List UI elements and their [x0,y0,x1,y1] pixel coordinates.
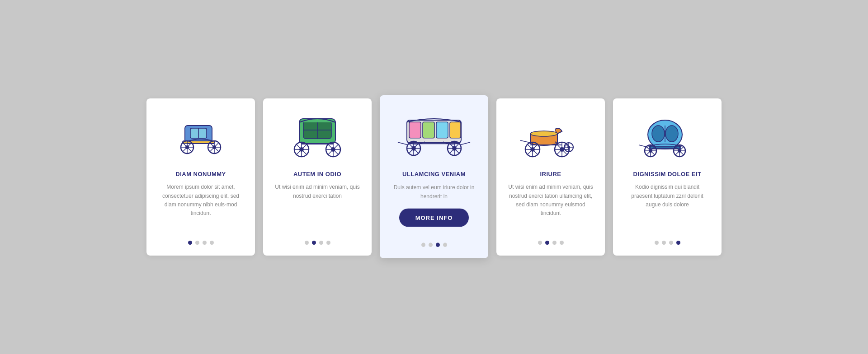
dot [421,243,425,247]
card-3-text: Duis autem vel eum iriure dolor in hendr… [391,183,477,201]
card-3: ULLAMCING VENIAM Duis autem vel eum iriu… [380,95,488,258]
dot [312,241,316,245]
card-4-icon [519,112,582,162]
card-4: IRIURE Ut wisi enim ad minim veniam, qui… [496,98,605,255]
card-5: DIGNISSIM DOLOE EIT Kodio dignissim qui … [613,98,722,255]
svg-rect-36 [423,122,434,138]
dot [538,241,542,245]
svg-point-75 [665,126,678,142]
card-3-icon [402,110,466,161]
svg-line-56 [520,140,530,143]
svg-rect-37 [436,122,448,138]
dot [560,241,564,245]
dot [552,241,557,245]
card-5-text: Kodio dignissim qui blandit praesent lup… [624,183,711,232]
dot [429,243,433,247]
card-1-dots [188,241,214,245]
dot [195,241,199,245]
dot [188,241,192,245]
dot [436,243,440,247]
card-1-text: Morem ipsum dolor sit amet, consectetuer… [157,183,244,232]
card-2: AUTEM IN ODIO Ut wisi enim ad minim veni… [263,98,372,255]
more-info-button[interactable]: MORE INFO [399,209,469,227]
card-5-title: DIGNISSIM DOLOE EIT [633,171,701,177]
svg-rect-35 [409,122,421,138]
svg-rect-38 [450,122,461,138]
card-4-title: IRIURE [540,171,561,177]
card-4-dots [538,241,564,245]
card-3-title: ULLAMCING VENIAM [402,171,466,178]
card-5-icon [636,112,699,162]
dot [305,241,309,245]
dot [655,241,659,245]
card-1-title: DIAM NONUMMY [175,171,226,177]
dot [443,243,447,247]
dot [210,241,214,245]
card-4-text: Ut wisi enim ad minim veniam, quis nostr… [507,183,594,232]
svg-point-54 [530,131,557,136]
dot [676,241,680,245]
dot [662,241,666,245]
card-2-title: AUTEM IN ODIO [293,171,341,177]
card-2-dots [305,241,330,245]
dot [203,241,207,245]
card-1: DIAM NONUMMY Morem ipsum dolor sit amet,… [146,98,255,255]
dot [319,241,323,245]
svg-line-52 [398,142,407,144]
card-2-icon [286,112,349,162]
dot [669,241,673,245]
card-2-text: Ut wisi enim ad minim veniam, quis nostr… [274,183,361,232]
cards-container: DIAM NONUMMY Morem ipsum dolor sit amet,… [146,98,722,255]
dot [545,241,549,245]
card-3-dots [421,243,447,247]
card-1-icon [169,112,232,162]
card-5-dots [655,241,680,245]
svg-line-53 [461,142,470,144]
svg-point-74 [652,126,665,142]
dot [326,241,330,245]
